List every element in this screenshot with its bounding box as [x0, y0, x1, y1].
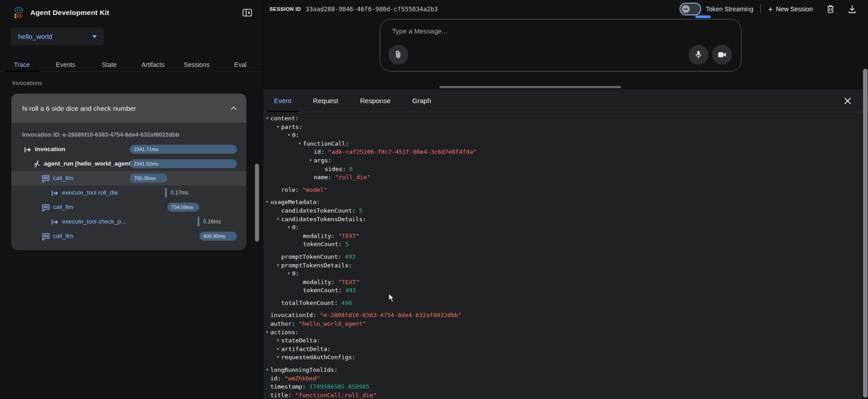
attach-file-button[interactable] — [388, 45, 408, 65]
tab-request[interactable]: Request — [302, 90, 349, 112]
caret-down-icon[interactable]: ▼ — [264, 366, 270, 375]
json-key: candidatesTokensDetails: — [281, 216, 366, 223]
json-line-id: id: "adk-caf25106-f0c7-451f-86e4-3c6d7e8… — [263, 148, 862, 157]
caret-down-icon[interactable]: ▼ — [307, 157, 314, 165]
caret-down-icon[interactable]: ▼ — [286, 131, 292, 140]
sidebar: Agent Development Kit hello_world Trace … — [0, 0, 262, 399]
json-key: 0: — [292, 224, 299, 231]
caret-down-icon[interactable]: ▼ — [275, 123, 281, 132]
json-line-modality: modality: "TEXT" — [263, 278, 862, 287]
trace-timeline: 795.05ms — [130, 174, 237, 183]
caret-down-icon[interactable]: ▼ — [275, 261, 281, 270]
agent-select-value: hello_world — [18, 33, 52, 40]
trace-row-label: agent_run [hello_world_agent] — [44, 160, 133, 167]
json-line-author: author: "hello_world_agent" — [263, 320, 862, 328]
caret-down-icon[interactable]: ▼ — [264, 328, 270, 337]
json-value: 5 — [355, 207, 363, 214]
header-actions: Token Streaming + New Session — [679, 3, 856, 15]
json-line-artifactDelta: ▼artifactDelta: — [263, 345, 862, 354]
trace-duration-bar[interactable]: 809.99ms — [199, 232, 237, 241]
chat-icon — [41, 174, 50, 183]
agent-select-dropdown[interactable]: hello_world — [11, 28, 104, 45]
tab-graph[interactable]: Graph — [401, 90, 442, 112]
tab-artifacts[interactable]: Artifacts — [131, 57, 175, 71]
horizontal-scrollbar-thumb[interactable] — [439, 86, 621, 88]
trace-row-agent-run-hello-world-agent-[interactable]: agent_run [hello_world_agent]2341.52ms — [11, 157, 246, 171]
json-value: "model" — [299, 186, 327, 193]
invocations-section-label: Invocations — [12, 80, 42, 86]
collapse-sidebar-icon[interactable] — [242, 8, 252, 17]
tab-trace[interactable]: Trace — [0, 57, 44, 71]
json-key: tokenCount: — [303, 241, 342, 247]
trace-row-execute-tool-check-p-[interactable]: execute_tool check_p...0.16ms — [11, 214, 246, 229]
tab-events[interactable]: Events — [44, 57, 88, 71]
caret-down-icon[interactable]: ▼ — [264, 198, 270, 207]
delete-session-icon[interactable] — [826, 5, 835, 14]
json-line-tokenCount: tokenCount: 5 — [263, 240, 862, 249]
caret-down-icon[interactable]: ▼ — [286, 270, 292, 278]
json-key: name: — [314, 174, 331, 180]
json-value: 1749586585.858985 — [306, 383, 369, 390]
trace-row-label: call_llm — [53, 204, 73, 210]
trace-row-call-llm[interactable]: call_llm795.05ms — [11, 171, 246, 185]
microphone-button[interactable] — [689, 45, 708, 65]
token-streaming-label: Token Streaming — [706, 5, 753, 13]
message-input-container — [380, 19, 741, 71]
trace-duration-label: 0.17ms — [170, 189, 188, 197]
trace-timeline: 0.17ms — [130, 188, 237, 197]
trace-duration-tick[interactable] — [165, 188, 167, 198]
json-key: promptTokenCount: — [281, 253, 341, 260]
trace-duration-bar[interactable]: 734.59ms — [167, 203, 199, 212]
trace-duration-tick[interactable] — [198, 217, 199, 227]
download-session-icon[interactable] — [848, 5, 856, 14]
invocation-query-header[interactable]: hi roll a 6 side dice and check number — [11, 94, 246, 123]
json-line-invocationId: invocationId: "e-2808fd10-6383-4754-8de4… — [263, 311, 862, 320]
trace-duration-bar[interactable]: 2341.71ms — [130, 145, 237, 154]
token-streaming-toggle[interactable] — [679, 3, 701, 15]
sidebar-scrollbar-thumb[interactable] — [255, 164, 259, 242]
json-key: candidatesTokenCount: — [281, 207, 355, 214]
caret-down-icon[interactable]: ▼ — [264, 114, 270, 123]
caret-down-icon[interactable]: ▼ — [275, 353, 281, 362]
caret-down-icon[interactable]: ▼ — [275, 337, 281, 345]
trace-duration-bar[interactable]: 795.05ms — [130, 174, 167, 183]
vertical-scrollbar-thumb[interactable] — [863, 69, 868, 398]
json-line-tokenCount: tokenCount: 493 — [263, 286, 862, 295]
caret-down-icon[interactable]: ▼ — [275, 215, 281, 224]
caret-down-icon[interactable]: ▼ — [275, 345, 281, 354]
trace-row-invocation[interactable]: invocation2341.71ms — [11, 142, 246, 157]
trace-row-call-llm[interactable]: call_llm809.99ms — [11, 229, 246, 243]
json-line-usageMetadata: ▼usageMetadata: — [263, 198, 862, 207]
session-id-label: SESSION ID — [269, 6, 301, 12]
new-session-button[interactable]: + New Session — [768, 5, 813, 13]
caret-down-icon[interactable]: ▼ — [286, 223, 292, 232]
arrow-right-icon — [23, 145, 32, 154]
tab-response[interactable]: Response — [349, 90, 401, 112]
tab-state[interactable]: State — [87, 57, 131, 71]
close-icon[interactable] — [844, 97, 852, 105]
video-button[interactable] — [712, 45, 732, 65]
chat-area — [263, 18, 868, 90]
json-line-candidatesTokensDetails: ▼candidatesTokensDetails: — [263, 215, 862, 224]
json-line-modality: modality: "TEXT" — [263, 232, 862, 241]
json-key: args: — [314, 157, 331, 164]
tab-eval[interactable]: Eval — [218, 57, 262, 71]
tab-sessions[interactable]: Sessions — [175, 57, 219, 71]
json-line-name: name: "roll_die" — [263, 173, 862, 182]
json-line-content: ▼content: — [263, 114, 862, 123]
message-input[interactable] — [391, 27, 619, 35]
trace-row-execute-tool-roll-die[interactable]: execute_tool roll_die0.17ms — [11, 185, 246, 200]
user-message-bubble-edge — [695, 15, 711, 18]
json-line-0: ▼0: — [263, 223, 862, 232]
json-line-args: ▼args: — [263, 157, 862, 165]
tab-event[interactable]: Event — [263, 90, 302, 112]
json-key: 0: — [292, 132, 299, 138]
json-line-promptTokenCount: promptTokenCount: 493 — [263, 253, 862, 261]
json-key: totalTokenCount: — [281, 299, 338, 306]
trace-duration-bar[interactable]: 2341.52ms — [130, 159, 237, 168]
caret-down-icon[interactable]: ▼ — [297, 140, 303, 148]
chevron-up-icon[interactable] — [230, 105, 237, 111]
json-line-candidatesTokenCount: candidatesTokenCount: 5 — [263, 207, 862, 215]
trace-row-call-llm[interactable]: call_llm734.59ms — [11, 200, 246, 214]
json-key: actions: — [270, 329, 299, 336]
